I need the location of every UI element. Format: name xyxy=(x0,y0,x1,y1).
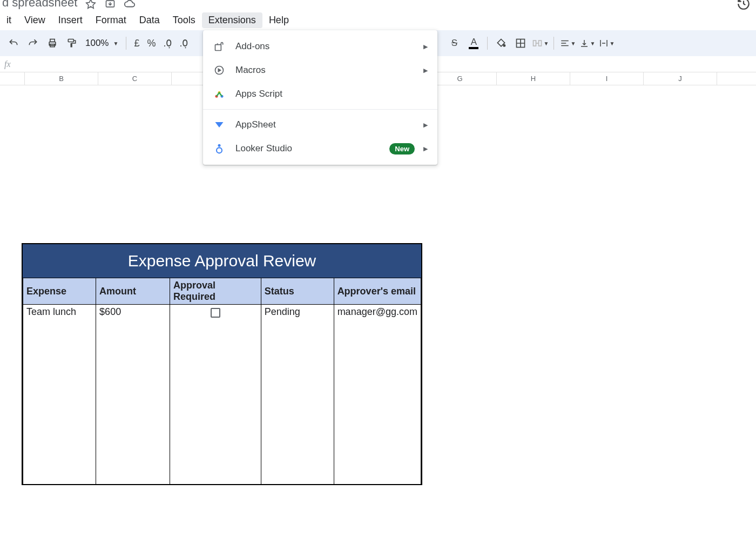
increase-decimal-button[interactable]: .0̣ xyxy=(176,37,191,49)
redo-icon[interactable] xyxy=(24,34,42,52)
menu-view[interactable]: View xyxy=(18,12,52,28)
ext-label: Add-ons xyxy=(235,41,269,52)
cell-amount[interactable]: $600 xyxy=(96,305,170,323)
ext-appsheet[interactable]: AppSheet ▶ xyxy=(203,113,437,137)
percent-button[interactable]: % xyxy=(144,38,159,49)
menu-tools[interactable]: Tools xyxy=(166,12,202,28)
menu-divider xyxy=(203,109,437,110)
svg-rect-2 xyxy=(50,39,55,42)
horizontal-align-icon[interactable]: ▼ xyxy=(558,34,577,52)
th-email[interactable]: Approver's email xyxy=(334,278,421,305)
currency-button[interactable]: £ xyxy=(131,38,143,49)
menu-data[interactable]: Data xyxy=(133,12,166,28)
doc-title[interactable]: d spreadsheet xyxy=(0,0,77,10)
ext-addons[interactable]: Add-ons ▶ xyxy=(203,35,437,58)
ext-label: Apps Script xyxy=(235,89,282,99)
menu-edit[interactable]: it xyxy=(0,12,18,28)
table-row[interactable]: Team lunch $600 Pending manager@gg.com xyxy=(23,305,421,323)
chevron-right-icon: ▶ xyxy=(423,43,428,50)
appsheet-icon xyxy=(213,118,226,131)
select-all-corner[interactable] xyxy=(0,72,25,85)
chevron-right-icon: ▶ xyxy=(423,67,428,74)
col-header[interactable]: J xyxy=(644,72,717,85)
svg-rect-7 xyxy=(533,41,536,46)
col-header[interactable]: C xyxy=(98,72,172,85)
separator xyxy=(554,37,554,50)
menu-extensions[interactable]: Extensions xyxy=(202,12,262,28)
strikethrough-button[interactable]: S xyxy=(445,34,463,52)
caret-down-icon: ▼ xyxy=(113,41,118,46)
ext-label: Macros xyxy=(235,65,266,76)
ext-appsscript[interactable]: Apps Script xyxy=(203,82,437,106)
fill-color-icon[interactable] xyxy=(492,34,510,52)
checkbox-icon[interactable] xyxy=(211,308,220,318)
cell-expense[interactable]: Team lunch xyxy=(23,305,96,323)
macros-icon xyxy=(213,64,226,77)
svg-rect-8 xyxy=(538,41,541,46)
th-amount[interactable]: Amount xyxy=(96,278,170,305)
th-status[interactable]: Status xyxy=(261,278,334,305)
svg-rect-9 xyxy=(215,45,221,51)
borders-icon[interactable] xyxy=(511,34,530,52)
separator xyxy=(126,37,126,50)
ext-label: AppSheet xyxy=(235,119,276,130)
expense-table-container: Expense Approval Review Expense Amount A… xyxy=(22,243,422,485)
th-approval[interactable]: Approval Required xyxy=(170,278,261,305)
title-bar: d spreadsheet xyxy=(0,0,756,13)
expense-title: Expense Approval Review xyxy=(23,244,421,278)
cell-email[interactable]: manager@gg.com xyxy=(334,305,421,323)
svg-rect-4 xyxy=(68,39,73,42)
ext-looker[interactable]: Looker Studio New ▶ xyxy=(203,137,437,160)
col-header[interactable]: B xyxy=(25,72,98,85)
zoom-select[interactable]: 100%▼ xyxy=(82,38,122,49)
expense-table: Expense Amount Approval Required Status … xyxy=(23,278,421,484)
menu-insert[interactable]: Insert xyxy=(52,12,89,28)
cloud-icon[interactable] xyxy=(124,0,136,10)
text-wrap-icon[interactable]: ▼ xyxy=(597,34,616,52)
chevron-right-icon: ▶ xyxy=(423,145,428,152)
addons-icon xyxy=(213,40,226,53)
cell-approval[interactable] xyxy=(170,305,261,323)
new-badge: New xyxy=(389,143,415,155)
looker-icon xyxy=(213,142,226,155)
th-expense[interactable]: Expense xyxy=(23,278,96,305)
extensions-dropdown: Add-ons ▶ Macros ▶ Apps Script AppSheet … xyxy=(203,30,437,165)
chevron-right-icon: ▶ xyxy=(423,122,428,129)
move-icon[interactable] xyxy=(104,0,116,10)
appsscript-icon xyxy=(213,88,226,100)
print-icon[interactable] xyxy=(43,34,62,52)
svg-point-5 xyxy=(504,45,505,46)
cell-status[interactable]: Pending xyxy=(261,305,334,323)
fx-icon: fx xyxy=(4,59,11,69)
history-icon[interactable] xyxy=(735,0,752,12)
star-icon[interactable] xyxy=(85,0,97,10)
svg-point-14 xyxy=(218,144,221,147)
menu-bar: it View Insert Format Data Tools Extensi… xyxy=(0,13,756,30)
ext-label: Looker Studio xyxy=(235,143,292,154)
merge-cells-icon[interactable]: ▼ xyxy=(531,34,549,52)
decrease-decimal-button[interactable]: .0̣ xyxy=(160,37,175,49)
text-color-button[interactable]: A xyxy=(464,34,483,52)
svg-point-15 xyxy=(217,147,222,153)
separator xyxy=(487,37,488,50)
col-header[interactable]: I xyxy=(570,72,644,85)
table-header-row: Expense Amount Approval Required Status … xyxy=(23,278,421,305)
vertical-align-icon[interactable]: ▼ xyxy=(578,34,596,52)
menu-help[interactable]: Help xyxy=(262,12,295,28)
ext-macros[interactable]: Macros ▶ xyxy=(203,58,437,82)
table-empty-row[interactable] xyxy=(23,322,421,484)
paint-format-icon[interactable] xyxy=(63,34,81,52)
menu-format[interactable]: Format xyxy=(89,12,133,28)
undo-icon[interactable] xyxy=(4,34,23,52)
col-header[interactable]: H xyxy=(497,72,570,85)
